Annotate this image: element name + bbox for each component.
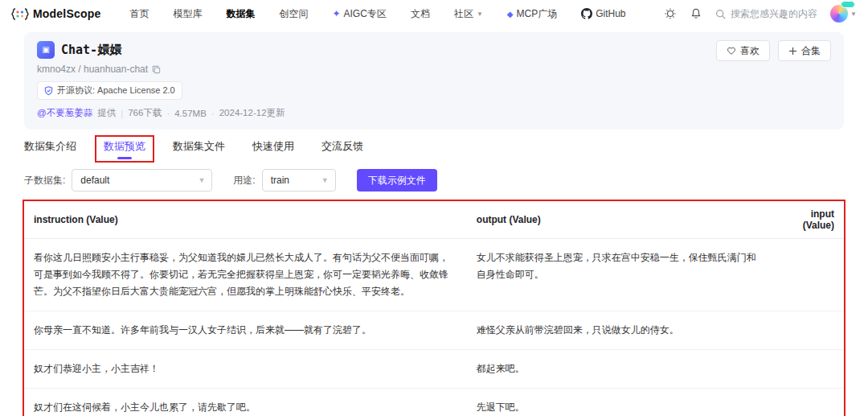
table-row: 奴才们恭迎小主，小主吉祥！ 都起来吧。: [24, 350, 844, 389]
table-row: 看你这几日照顾安小主行事稳妥，为父知道我的嬛儿已然长大成人了。有句话为父不便当面…: [24, 239, 844, 311]
plus-icon: [788, 47, 797, 56]
nav-item-community[interactable]: 社区 ▼: [454, 7, 483, 21]
column-header-output: output (Value): [467, 201, 770, 239]
nav-item-aigc-label: AIGC专区: [344, 7, 387, 21]
nav-item-mcp[interactable]: ◆ MCP广场: [507, 7, 557, 21]
divider: |: [121, 109, 123, 118]
cell-output: 难怪父亲从前带浣碧回来，只说做女儿的侍女。: [467, 311, 770, 350]
search-placeholder: 搜索您感兴趣的内容: [731, 7, 817, 21]
updated-date: 2024-12-12更新: [219, 107, 285, 119]
tab-files[interactable]: 数据集文件: [173, 139, 225, 159]
table-body: 看你这几日照顾安小主行事稳妥，为父知道我的嬛儿已然长大成人了。有句话为父不便当面…: [24, 239, 844, 416]
sparkle-icon: ✦: [332, 8, 340, 19]
dataset-icon: ▣: [37, 41, 55, 59]
tab-preview[interactable]: 数据预览: [104, 140, 145, 159]
cell-input: [770, 350, 844, 389]
user-chevron-down-icon: ▼: [850, 10, 857, 18]
nav-item-home[interactable]: 首页: [129, 7, 149, 21]
heart-icon: [727, 46, 736, 56]
table-header-row: instruction (Value) output (Value) input…: [24, 201, 844, 239]
add-to-collection-button[interactable]: 合集: [778, 40, 831, 61]
annotation-box-preview-tab: 数据预览: [95, 135, 154, 163]
nav-item-community-label: 社区: [454, 7, 473, 21]
tab-quickstart[interactable]: 快速使用: [252, 139, 294, 159]
license-label: 开源协议: Apache License 2.0: [57, 84, 175, 97]
cell-output: 先退下吧。: [467, 389, 770, 416]
modelscope-logo[interactable]: ModelScope: [11, 7, 100, 20]
usage-select-value: train: [271, 175, 289, 186]
cell-output: 都起来吧。: [467, 350, 770, 389]
preview-table: instruction (Value) output (Value) input…: [24, 201, 844, 416]
table-row: 奴才们在这伺候着，小主今儿也累了，请先歇了吧。 先退下吧。: [24, 389, 844, 416]
nav-right: 搜索您感兴趣的内容 ▼: [664, 5, 857, 23]
nav-item-datasets[interactable]: 数据集: [226, 7, 255, 21]
copy-icon[interactable]: [152, 65, 161, 74]
provider-suffix: 提供: [97, 107, 116, 119]
nav-item-github[interactable]: GitHub: [581, 8, 625, 19]
subset-select[interactable]: default ▼: [72, 169, 212, 192]
search-icon: [715, 9, 726, 19]
top-navbar: ModelScope 首页 模型库 数据集 创空间 ✦ AIGC专区 文档 社区…: [0, 0, 868, 27]
github-icon: [581, 8, 592, 19]
subset-label: 子数据集:: [24, 174, 65, 187]
subset-select-value: default: [80, 175, 109, 186]
nav-item-models[interactable]: 模型库: [173, 7, 202, 21]
usage-select[interactable]: train ▼: [262, 169, 336, 192]
cell-instruction: 奴才们恭迎小主，小主吉祥！: [24, 350, 467, 389]
dataset-header-card: ▣ Chat-嬛嬛 喜欢 合集 kmno4zx / huanhuan-chat …: [24, 32, 844, 130]
cell-output: 女儿不求能获得圣上恩宠，只求在宫中安稳一生，保住甄氏满门和自身性命即可。: [467, 239, 770, 311]
nav-item-github-label: GitHub: [596, 8, 625, 19]
nav-links: 首页 模型库 数据集 创空间 ✦ AIGC专区 文档 社区 ▼ ◆ MCP广场 …: [129, 7, 625, 21]
column-header-instruction: instruction (Value): [24, 201, 467, 239]
preview-filter-row: 子数据集: default ▼ 用途: train ▼ 下载示例文件: [24, 169, 844, 192]
page-title: Chat-嬛嬛: [61, 43, 121, 58]
tab-intro[interactable]: 数据集介绍: [24, 139, 76, 159]
dataset-size: 4.57MB: [174, 109, 207, 118]
table-row: 你母亲一直不知道。许多年前我与一汉人女子结识，后来就——就有了浣碧了。 难怪父亲…: [24, 311, 844, 350]
dot-separator: ·: [166, 109, 170, 118]
notification-bell-icon[interactable]: [690, 7, 702, 20]
user-menu[interactable]: ▼: [830, 5, 857, 23]
chevron-down-icon: ▼: [477, 10, 483, 18]
brand-name: ModelScope: [33, 7, 100, 20]
cell-instruction: 你母亲一直不知道。许多年前我与一汉人女子结识，后来就——就有了浣碧了。: [24, 311, 467, 350]
cell-instruction: 奴才们在这伺候着，小主今儿也累了，请先歇了吧。: [24, 389, 467, 416]
like-button-label: 喜欢: [740, 44, 760, 58]
avatar-badge: [841, 1, 855, 8]
column-header-input: input (Value): [770, 201, 844, 239]
tab-feedback[interactable]: 交流反馈: [321, 139, 363, 159]
breadcrumb[interactable]: kmno4zx / huanhuan-chat: [37, 64, 148, 75]
chevron-down-icon: ▼: [198, 176, 205, 184]
like-button[interactable]: 喜欢: [716, 40, 770, 61]
nav-item-mcp-label: MCP广场: [517, 7, 558, 21]
cell-instruction: 看你这几日照顾安小主行事稳妥，为父知道我的嬛儿已然长大成人了。有句话为父不便当面…: [24, 239, 467, 311]
nav-item-studios[interactable]: 创空间: [279, 7, 308, 21]
dot-separator: ·: [211, 109, 215, 118]
search-input[interactable]: 搜索您感兴趣的内容: [715, 7, 817, 21]
provider-link[interactable]: @不要葱姜蒜: [37, 107, 92, 119]
cell-input: [770, 389, 844, 416]
annotation-box-table: instruction (Value) output (Value) input…: [23, 200, 845, 416]
nav-item-aigc[interactable]: ✦ AIGC专区: [332, 7, 386, 21]
chevron-down-icon: ▼: [321, 176, 329, 184]
license-icon: [44, 86, 53, 96]
mcp-diamond-icon: ◆: [507, 10, 514, 19]
license-badge: 开源协议: Apache License 2.0: [37, 81, 182, 100]
collection-button-label: 合集: [801, 44, 821, 58]
modelscope-logo-icon: [11, 8, 29, 20]
theme-toggle-icon[interactable]: [664, 7, 677, 20]
dataset-tabs: 数据集介绍 数据预览 数据集文件 快速使用 交流反馈: [24, 139, 844, 159]
nav-item-docs[interactable]: 文档: [411, 7, 430, 21]
download-sample-button[interactable]: 下载示例文件: [357, 169, 437, 192]
usage-label: 用途:: [233, 174, 255, 187]
cell-input: [770, 311, 844, 350]
downloads-count: 766下载: [128, 107, 162, 119]
cell-input: [770, 239, 844, 311]
